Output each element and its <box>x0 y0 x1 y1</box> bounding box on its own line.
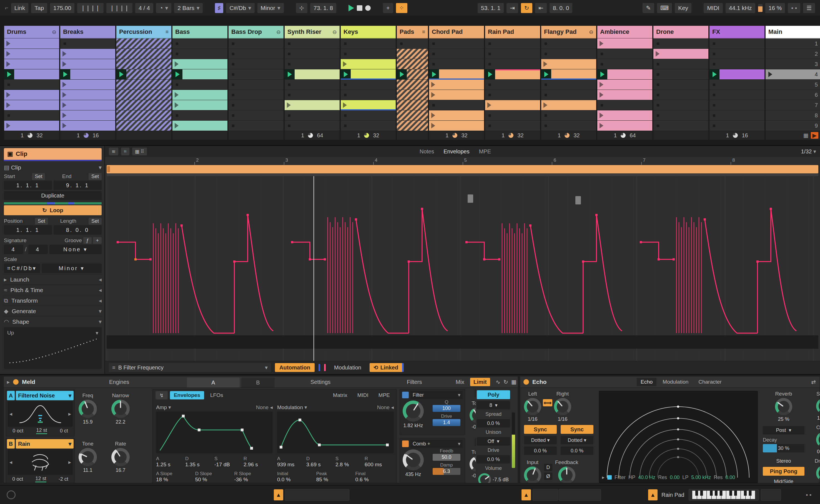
scale-root-selector[interactable]: ⌗ C#/Db ▾ <box>4 264 40 273</box>
clip-tab[interactable]: ▣ Clip <box>4 148 102 160</box>
clip-slot[interactable] <box>229 80 284 90</box>
clip-slot[interactable] <box>597 110 652 121</box>
tab-matrix[interactable]: Matrix <box>329 391 351 399</box>
clip-slot[interactable] <box>172 80 228 90</box>
clip-slot[interactable] <box>285 69 340 80</box>
scene-4[interactable]: 4 <box>766 69 820 80</box>
scene-8[interactable]: 8 <box>766 110 820 121</box>
track-header[interactable]: Rain Pad <box>485 26 540 39</box>
env-b-initial[interactable]: 0.0 % <box>277 477 291 482</box>
right-sync-toggle[interactable]: Sync <box>561 425 593 434</box>
feedback-value[interactable]: 50.0 <box>433 454 460 461</box>
filter-a-type-menu[interactable]: Filter▾ <box>410 391 463 399</box>
left-sync-toggle[interactable]: Sync <box>524 425 557 434</box>
launch-section[interactable]: ▸ Launch◂ <box>4 274 102 285</box>
clip-slot[interactable] <box>710 69 765 80</box>
position-set-button[interactable]: Set <box>35 218 48 225</box>
echo-tab-echo[interactable]: Echo <box>637 378 657 386</box>
clip-slot[interactable] <box>229 100 284 110</box>
clip-slot[interactable] <box>541 59 596 69</box>
clip-slot[interactable] <box>229 110 284 121</box>
env-b-release[interactable]: 600 ms <box>365 462 382 467</box>
rate-knob[interactable]: Rate16.7 <box>111 441 130 473</box>
linked-toggle[interactable]: ⟲Linked <box>370 363 404 372</box>
loop-start-field[interactable]: 53. 1. 1 <box>478 3 504 13</box>
clip-slot[interactable] <box>285 100 340 110</box>
clip-slot[interactable] <box>597 39 652 49</box>
input-gain-knob[interactable]: Input3.2 dB <box>524 459 541 483</box>
scale-name-menu[interactable]: Minor ▾ <box>258 3 284 13</box>
record-button[interactable] <box>365 5 371 11</box>
clip-slot[interactable] <box>116 69 171 80</box>
track-header[interactable]: Drums⊖ <box>4 26 59 39</box>
clip-view-chip[interactable]: ≋ <box>109 148 118 155</box>
env-a-r-slope[interactable]: -36 % <box>234 477 248 482</box>
next-icon[interactable]: ▸ <box>68 459 71 465</box>
quantize-menu[interactable]: 2 Bars ▾ <box>174 3 203 13</box>
tab-a[interactable]: A <box>187 378 240 388</box>
signature-numerator[interactable]: 4 <box>4 245 23 254</box>
length-set-button[interactable]: Set <box>89 218 102 225</box>
clip-slot[interactable] <box>485 121 540 131</box>
clip-slot[interactable] <box>60 110 115 121</box>
feedback-knob[interactable]: Feedback50 % <box>555 459 578 483</box>
mod-icon[interactable]: ↯ <box>155 391 168 399</box>
clip-slot[interactable] <box>172 49 228 59</box>
track-header[interactable]: Ambience <box>597 26 652 39</box>
echo-power-toggle[interactable] <box>523 379 529 385</box>
fold-icon[interactable]: ⊖ <box>52 29 56 35</box>
scale-root-menu[interactable]: C#/Db ▾ <box>226 3 254 13</box>
hp-res-value[interactable]: 0.00 <box>670 475 680 480</box>
mixer-icon[interactable]: ☰ <box>803 3 815 13</box>
tempo-field[interactable]: 175.00 <box>50 3 74 13</box>
clip-slot[interactable] <box>597 100 652 110</box>
env-b-attack[interactable]: 939 ms <box>277 462 294 467</box>
clip-slot[interactable] <box>710 80 765 90</box>
link-button[interactable]: Link <box>11 3 29 13</box>
env-a-a-slope[interactable]: 18 % <box>156 477 168 482</box>
clip-slot[interactable] <box>229 49 284 59</box>
clip-slot[interactable] <box>397 90 428 100</box>
narrow-knob[interactable]: Narrow22.2 <box>111 392 130 425</box>
clip-slot[interactable] <box>597 69 652 80</box>
volume-knob[interactable]: -7.5 dB <box>477 473 510 483</box>
engine-b-semi[interactable]: 12 st <box>35 476 46 482</box>
clip-slot[interactable] <box>485 80 540 90</box>
clip-slot[interactable] <box>60 49 115 59</box>
clip-slot[interactable] <box>4 39 59 49</box>
reverb-position-menu[interactable]: Post ▾ <box>763 426 804 434</box>
grid-icon[interactable]: ▦ <box>803 132 809 139</box>
clip-slot[interactable] <box>341 90 396 100</box>
clip-slot[interactable] <box>397 39 428 49</box>
clip-slot[interactable] <box>4 90 59 100</box>
clip-slot[interactable] <box>654 100 708 110</box>
clip-slot[interactable] <box>541 110 596 121</box>
engine-a-cents[interactable]: 0 ct <box>60 428 68 434</box>
punch-in-button[interactable]: ⇥ <box>506 3 518 13</box>
voice-drive-value[interactable]: 0.0 % <box>477 455 510 464</box>
track-header[interactable]: Drone <box>654 26 708 39</box>
clip-slot[interactable] <box>4 80 59 90</box>
clip-slot[interactable] <box>4 121 59 131</box>
follow-button[interactable]: ⊹ <box>296 3 308 13</box>
env-a-target-menu[interactable]: Amp ▾ <box>156 404 171 411</box>
env-b-mod-target[interactable]: None ◂ <box>377 404 394 411</box>
clip-slot[interactable] <box>116 110 171 121</box>
clip-slot[interactable] <box>285 121 340 131</box>
clip-slot[interactable] <box>229 90 284 100</box>
metronome-button[interactable]: ◔ ▾ <box>156 3 171 13</box>
clip-slot[interactable] <box>397 121 428 131</box>
clip-slot[interactable] <box>341 100 396 110</box>
loop-button[interactable]: ↻ <box>521 3 532 13</box>
shape-menu-icon[interactable]: ▾ <box>95 330 98 336</box>
clip-slot[interactable] <box>710 90 765 100</box>
clip-slot[interactable] <box>654 121 708 131</box>
clip-slot[interactable] <box>710 121 765 131</box>
echo-title[interactable]: Echo <box>532 379 546 385</box>
beat-ruler[interactable]: 2345678 <box>105 157 820 165</box>
clip-slot[interactable] <box>4 69 59 80</box>
clip-slot[interactable] <box>485 110 540 121</box>
env-b-target-menu[interactable]: Modulation ▾ <box>277 404 307 411</box>
clip-slot[interactable] <box>229 39 284 49</box>
clip-slot[interactable] <box>597 49 652 59</box>
